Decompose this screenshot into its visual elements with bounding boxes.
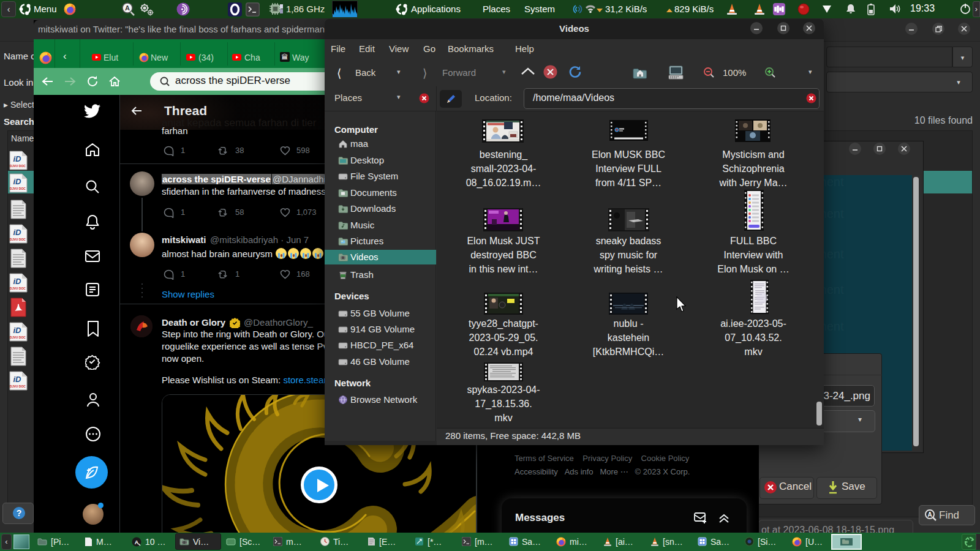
svg-text:A: A: [135, 539, 139, 545]
svg-text:A: A: [927, 511, 932, 518]
svg-text:A: A: [125, 4, 130, 12]
svg-text:?: ?: [17, 508, 22, 518]
